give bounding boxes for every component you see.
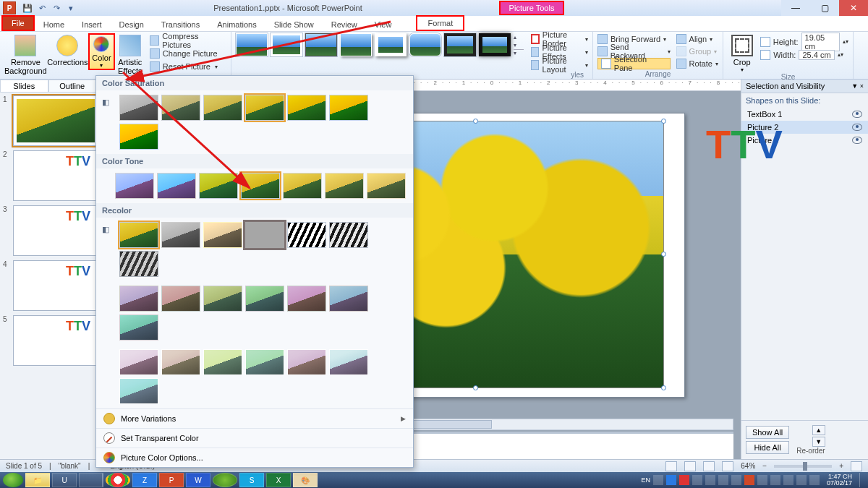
tray-icon[interactable]	[666, 475, 676, 485]
saturation-option[interactable]	[161, 95, 200, 121]
resize-handle[interactable]	[473, 119, 478, 124]
more-variations-menuitem[interactable]: More Variations ▶	[96, 408, 413, 428]
tone-option[interactable]	[283, 173, 322, 199]
taskbar-app-coccoc[interactable]	[213, 473, 237, 487]
slide-thumbnail[interactable]: 4TTV	[3, 260, 105, 311]
taskbar-app-paint[interactable]: 🎨	[293, 473, 318, 487]
recolor-option[interactable]	[203, 349, 242, 375]
resize-handle[interactable]	[661, 385, 666, 390]
recolor-option[interactable]	[119, 378, 158, 404]
dialog-launcher-icon[interactable]: ◧	[99, 96, 112, 108]
corrections-button[interactable]: Corrections	[47, 33, 88, 67]
recolor-option[interactable]	[119, 251, 158, 277]
window-maximize-button[interactable]: ▢	[810, 0, 839, 16]
recolor-option[interactable]	[287, 222, 326, 248]
taskbar-app-excel[interactable]: X	[266, 473, 291, 487]
qat-undo-icon[interactable]: ↶	[36, 2, 48, 14]
recolor-option[interactable]	[245, 286, 284, 312]
group-button[interactable]: Group▾	[676, 46, 718, 57]
tab-format[interactable]: Format	[416, 15, 464, 31]
recolor-option[interactable]	[119, 314, 158, 341]
picture-style-option[interactable]	[444, 33, 476, 56]
recolor-option[interactable]	[287, 349, 326, 375]
taskbar-app[interactable]: 📁	[25, 473, 50, 487]
reading-view-button[interactable]	[703, 461, 715, 471]
tray-icon[interactable]	[705, 475, 715, 485]
visibility-toggle-icon[interactable]	[852, 124, 862, 131]
tab-design[interactable]: Design	[111, 18, 153, 31]
selection-item[interactable]: TextBox 1	[741, 108, 868, 121]
zoom-percentage[interactable]: 64%	[741, 462, 755, 470]
taskbar-app[interactable]	[79, 473, 103, 487]
recolor-option-washout[interactable]	[245, 222, 284, 248]
qat-redo-icon[interactable]: ↷	[51, 2, 62, 14]
picture-styles-gallery[interactable]: ▴▾▾	[236, 33, 524, 56]
tab-review[interactable]: Review	[323, 18, 366, 31]
resize-handle[interactable]	[661, 252, 666, 257]
visibility-toggle-icon[interactable]	[852, 111, 862, 118]
set-transparent-color-menuitem[interactable]: Set Transparent Color	[96, 428, 413, 448]
width-field[interactable]: Width: 25.4 cm▴▾	[760, 49, 848, 61]
align-button[interactable]: Align▾	[676, 33, 718, 45]
tone-option[interactable]	[115, 173, 154, 199]
saturation-option[interactable]	[329, 95, 368, 121]
tray-icon[interactable]	[653, 475, 663, 485]
logo-picture[interactable]: TTV	[706, 121, 814, 179]
fit-window-button[interactable]	[851, 461, 862, 471]
recolor-option[interactable]	[161, 286, 200, 312]
slide-thumbnail[interactable]: 3TTV	[3, 205, 105, 256]
taskbar-app-skype[interactable]: S	[239, 473, 264, 487]
tray-icon[interactable]	[744, 475, 754, 485]
recolor-option[interactable]	[245, 349, 284, 375]
recolor-option[interactable]	[329, 349, 368, 375]
recolor-option[interactable]	[203, 222, 242, 248]
artistic-effects-button[interactable]: Artistic Effects	[115, 33, 145, 75]
tab-view[interactable]: View	[366, 18, 401, 31]
tray-icon[interactable]	[679, 475, 689, 485]
language-indicator[interactable]: EN	[641, 476, 650, 484]
reorder-up-button[interactable]: ▲	[812, 425, 825, 435]
taskbar-app-zalo[interactable]: Z	[132, 473, 157, 487]
tone-option[interactable]	[367, 173, 406, 199]
tone-option[interactable]	[199, 173, 238, 199]
resize-handle[interactable]	[661, 119, 666, 124]
saturation-option[interactable]	[287, 95, 326, 121]
recolor-option[interactable]	[119, 349, 158, 375]
window-close-button[interactable]: ✕	[839, 0, 868, 16]
rotate-button[interactable]: Rotate▾	[676, 58, 718, 69]
pane-dropdown-icon[interactable]: ▼ ×	[851, 82, 864, 90]
saturation-option[interactable]	[119, 124, 158, 150]
recolor-option[interactable]	[329, 286, 368, 312]
picture-style-option[interactable]	[305, 33, 337, 56]
tray-icon[interactable]	[757, 475, 767, 485]
recolor-option[interactable]	[161, 349, 200, 375]
show-all-button[interactable]: Show All	[746, 426, 789, 439]
resize-handle[interactable]	[473, 385, 478, 390]
tone-option[interactable]	[325, 173, 364, 199]
tray-icon[interactable]	[692, 475, 702, 485]
slideshow-view-button[interactable]	[722, 461, 733, 471]
tab-slideshow[interactable]: Slide Show	[265, 18, 323, 31]
slides-tab[interactable]: Slides	[0, 80, 48, 93]
reorder-down-button[interactable]: ▼	[812, 437, 825, 447]
picture-style-option[interactable]	[271, 33, 302, 56]
zoom-slider[interactable]	[774, 465, 832, 468]
taskbar-app-chrome[interactable]	[106, 473, 130, 487]
recolor-option[interactable]	[203, 286, 242, 312]
remove-background-button[interactable]: Remove Background	[4, 33, 47, 75]
recolor-option[interactable]	[161, 222, 200, 248]
zoom-in-button[interactable]: +	[839, 462, 843, 470]
slide-thumbnail[interactable]: 1	[3, 95, 105, 146]
slide-thumbnail[interactable]: 5TTV	[3, 315, 105, 366]
tab-home[interactable]: Home	[35, 18, 73, 31]
color-button[interactable]: Color ▾	[88, 33, 115, 70]
picture-style-option[interactable]	[236, 33, 268, 56]
taskbar-app-word[interactable]: W	[186, 473, 210, 487]
taskbar-app[interactable]: U	[52, 473, 77, 487]
saturation-option[interactable]	[245, 95, 284, 121]
picture-layout-button[interactable]: Picture Layout▾	[531, 59, 588, 71]
change-picture-button[interactable]: Change Picture	[150, 48, 226, 59]
selection-pane-button[interactable]: Selection Pane	[597, 58, 671, 69]
outline-tab[interactable]: Outline	[48, 80, 97, 93]
zoom-out-button[interactable]: −	[762, 462, 767, 470]
